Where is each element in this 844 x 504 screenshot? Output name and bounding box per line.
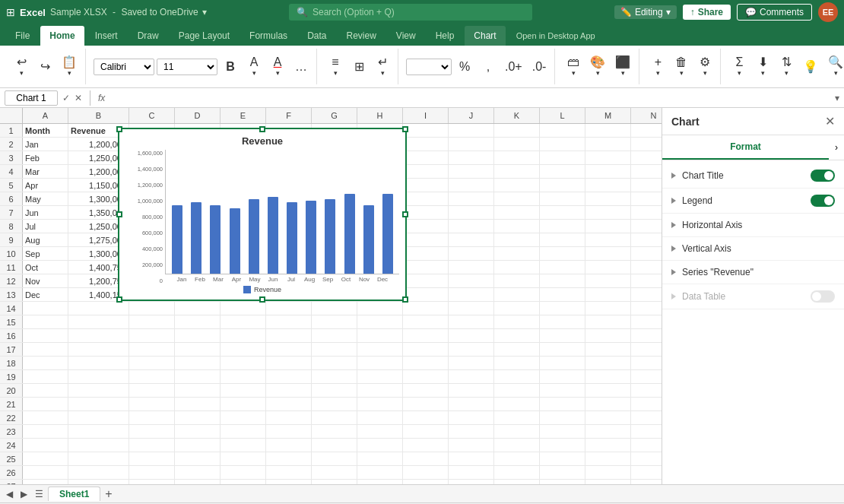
cell[interactable]: [23, 384, 68, 397]
cell[interactable]: [357, 411, 403, 424]
col-header-h[interactable]: H: [357, 108, 403, 123]
panel-item[interactable]: Series "Revenue": [662, 261, 844, 284]
cell[interactable]: [312, 357, 357, 369]
cell[interactable]: [221, 329, 266, 342]
cell[interactable]: [129, 480, 175, 484]
cell[interactable]: [129, 452, 175, 465]
cell[interactable]: [23, 357, 68, 369]
cell[interactable]: [221, 452, 266, 465]
tab-data[interactable]: Data: [298, 26, 335, 46]
cell[interactable]: [494, 357, 540, 369]
cell[interactable]: [540, 343, 585, 356]
cell[interactable]: [23, 343, 68, 356]
cell[interactable]: [312, 466, 357, 479]
tab-format[interactable]: Format: [662, 135, 829, 160]
cell[interactable]: [221, 357, 266, 369]
tab-formulas[interactable]: Formulas: [240, 26, 297, 46]
cell[interactable]: [494, 425, 540, 438]
cell[interactable]: [540, 288, 585, 301]
cell[interactable]: [23, 411, 68, 424]
chart-bar[interactable]: [210, 205, 221, 274]
cell[interactable]: [585, 480, 631, 484]
undo-button[interactable]: ↩▾: [11, 55, 32, 78]
col-header-c[interactable]: C: [129, 108, 175, 123]
cell[interactable]: [540, 329, 585, 342]
cell[interactable]: [494, 302, 540, 315]
cell[interactable]: [175, 466, 221, 479]
col-header-g[interactable]: G: [312, 108, 357, 123]
handle-mr[interactable]: [402, 211, 408, 217]
cell[interactable]: [357, 425, 403, 438]
cell[interactable]: [129, 425, 175, 438]
cell[interactable]: [540, 151, 585, 164]
cell[interactable]: [585, 192, 631, 205]
cell[interactable]: [585, 343, 631, 356]
cell[interactable]: [403, 329, 449, 342]
cell[interactable]: [175, 439, 221, 452]
cell[interactable]: [221, 302, 266, 315]
cell[interactable]: [129, 466, 175, 479]
cell[interactable]: [266, 329, 312, 342]
cell[interactable]: [631, 398, 662, 410]
cell[interactable]: [449, 384, 494, 397]
cell[interactable]: [175, 480, 221, 484]
fill-color-button[interactable]: A▾: [243, 55, 265, 78]
cell[interactable]: Nov: [23, 274, 68, 287]
handle-bm[interactable]: [259, 296, 265, 303]
cell[interactable]: [403, 151, 449, 164]
cell[interactable]: [631, 288, 662, 301]
cell[interactable]: [540, 466, 585, 479]
cell[interactable]: [312, 302, 357, 315]
col-header-k[interactable]: K: [494, 108, 540, 123]
cell[interactable]: [631, 480, 662, 484]
cell[interactable]: [585, 384, 631, 397]
cell[interactable]: [357, 329, 403, 342]
cell[interactable]: [540, 302, 585, 315]
cell[interactable]: Sep: [23, 247, 68, 260]
chart-bar[interactable]: [287, 202, 297, 274]
cell[interactable]: [357, 302, 403, 315]
cell[interactable]: [221, 343, 266, 356]
cell[interactable]: [357, 466, 403, 479]
cell[interactable]: [449, 206, 494, 219]
grid-icon[interactable]: ⊞: [6, 6, 15, 18]
delete-button[interactable]: 🗑▾: [671, 55, 692, 78]
cell[interactable]: [403, 425, 449, 438]
tab-open-desktop[interactable]: Open in Desktop App: [507, 26, 604, 46]
panel-expand-btn[interactable]: ›: [829, 135, 844, 160]
cell[interactable]: [494, 411, 540, 424]
cell[interactable]: [631, 220, 662, 233]
cell[interactable]: [449, 261, 494, 274]
cell[interactable]: [68, 315, 129, 328]
cell[interactable]: [494, 480, 540, 484]
tab-review[interactable]: Review: [337, 26, 385, 46]
cell[interactable]: [631, 452, 662, 465]
cell[interactable]: [357, 315, 403, 328]
cell[interactable]: [494, 343, 540, 356]
cell[interactable]: [494, 466, 540, 479]
cell[interactable]: [585, 411, 631, 424]
cell[interactable]: [403, 233, 449, 246]
cell[interactable]: [494, 274, 540, 287]
cell[interactable]: [221, 466, 266, 479]
cell[interactable]: [631, 274, 662, 287]
panel-item[interactable]: Vertical Axis: [662, 237, 844, 261]
toggle-switch[interactable]: [811, 195, 835, 207]
cell[interactable]: [23, 452, 68, 465]
cell-ref-input[interactable]: [5, 90, 58, 106]
cell[interactable]: [221, 411, 266, 424]
cell[interactable]: [494, 398, 540, 410]
chart-bar[interactable]: [344, 194, 355, 274]
decrease-decimal-button[interactable]: .0-: [528, 59, 551, 74]
cell[interactable]: [266, 480, 312, 484]
cell[interactable]: [631, 466, 662, 479]
cell[interactable]: [129, 398, 175, 410]
cell[interactable]: [68, 370, 129, 383]
cell[interactable]: [449, 151, 494, 164]
cell[interactable]: [494, 124, 540, 137]
cell[interactable]: [129, 329, 175, 342]
conditional-format-button[interactable]: ⬛▾: [611, 55, 634, 78]
cell[interactable]: [631, 124, 662, 137]
search-input[interactable]: [313, 7, 525, 17]
cell[interactable]: [540, 192, 585, 205]
